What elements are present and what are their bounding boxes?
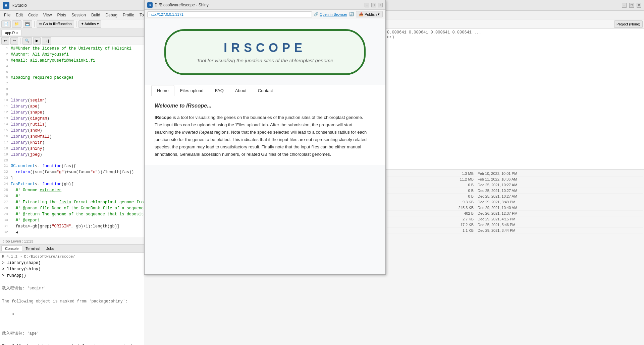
new-file-button[interactable]: 📄: [1, 20, 11, 28]
table-row: 402 B Dec 26, 2021, 12:37 PM: [387, 211, 643, 216]
console-info-3: a: [2, 311, 142, 318]
main-area: app.R × ↩ ↪ 🔍 ▶ →| 1 ###Under the licens…: [0, 29, 644, 345]
addins-button[interactable]: ✦ Addins ▾: [78, 20, 101, 28]
menu-view[interactable]: View: [41, 12, 55, 18]
editor-sep-1: [20, 38, 20, 44]
table-row: 17.2 KB Dec 25, 2021, 5:46 PM: [387, 222, 643, 228]
nav-tab-faq[interactable]: FAQ: [209, 85, 229, 96]
console-info-4: 载入程辑包: 'ape': [2, 331, 142, 337]
right-panel: 0.000641 0.000641 0.000641 0.000641 ... …: [386, 29, 644, 345]
window-controls: − □ ×: [622, 3, 641, 8]
project-button[interactable]: Project (None): [614, 20, 643, 28]
nav-tab-files-upload[interactable]: Files upload: [174, 85, 209, 96]
code-line-11: 11 library(ape): [0, 104, 144, 110]
code-line-15: 15 library(snow): [0, 128, 144, 134]
code-line-14: 14 library(rutils): [0, 122, 144, 128]
right-console-output: 0.000641 0.000641 0.000641 0.000641 ... …: [386, 29, 644, 169]
console-blank-6: [2, 337, 142, 343]
open-button[interactable]: 📁: [12, 20, 21, 28]
console-info-2: The following object is masked from 'pac…: [2, 298, 142, 305]
run-button[interactable]: ▶: [33, 37, 41, 45]
shiny-app-window: R D:/Biosoftware/irscope - Shiny − □ × h…: [144, 29, 386, 275]
table-row: 1.3 MB Feb 10, 2022, 10:01 PM: [387, 171, 643, 177]
menu-debug[interactable]: Debug: [103, 12, 120, 18]
separator-2: [76, 21, 76, 27]
code-line-10: 10 library(seqinr): [0, 97, 144, 104]
separator-1: [34, 21, 35, 27]
go-to-file-button[interactable]: ⇒ Go to file/function: [37, 20, 74, 28]
cursor-position: (Top Level) : 11:13: [3, 239, 33, 243]
menu-build[interactable]: Build: [89, 12, 103, 18]
console-content[interactable]: R 4.1.2 ~ D:/Biosoftware/irscope/ > libr…: [0, 253, 144, 345]
nav-tab-about[interactable]: About: [229, 85, 252, 96]
code-line-6: 6 #loading required packages: [0, 75, 144, 81]
code-line-32: 32 ◀: [0, 229, 144, 235]
console-tab[interactable]: Console: [1, 246, 22, 251]
editor-toolbar: ↩ ↪ 🔍 ▶ →|: [0, 37, 144, 45]
code-line-18: 18 library(shiny): [0, 146, 144, 152]
undo-button[interactable]: ↩: [1, 37, 9, 45]
code-line-21: 21 GC.content<- function(fas){: [0, 163, 144, 169]
shiny-app-body: IRSCOPE Tool for visualizig the junction…: [145, 29, 385, 274]
code-line-20: 20: [0, 158, 144, 163]
code-line-26: 26 #': [0, 193, 144, 199]
menu-file[interactable]: File: [1, 12, 13, 18]
console-line-3: > runApp(): [2, 273, 142, 279]
editor-area: app.R × ↩ ↪ 🔍 ▶ →| 1 ###Under the licens…: [0, 29, 144, 245]
close-tab-icon[interactable]: ×: [16, 31, 18, 35]
code-line-17: 17 library(knitr): [0, 140, 144, 146]
find-button[interactable]: 🔍: [22, 37, 32, 45]
inverted-repeat-italic: Inverted Repeat: [182, 130, 213, 135]
table-row: 2.7 KB Dec 29, 2021, 4:15 PM: [387, 216, 643, 222]
right-output-line-2: or): [387, 35, 643, 40]
table-row: 0 B Dec 25, 2021, 10:27 AM: [387, 182, 643, 188]
terminal-tab[interactable]: Terminal: [22, 246, 43, 251]
irscope-nav: Home Files upload FAQ About Contact: [145, 85, 385, 96]
table-row: 0 B Dec 25, 2021, 10:27 AM: [387, 188, 643, 194]
menu-plots[interactable]: Plots: [55, 12, 69, 18]
close-button[interactable]: ×: [637, 3, 641, 8]
nav-tab-contact[interactable]: Contact: [252, 85, 279, 96]
right-output-line-1: 0.000641 0.000641 0.000641 0.000641 ...: [387, 30, 643, 35]
code-line-22: 22 return((sum(fas=="g")+sum(fas=="c"))/…: [0, 169, 144, 175]
file-table: 1.3 MB Feb 10, 2022, 10:01 PM 11.2 MB Fe…: [387, 171, 643, 233]
tab-label: app.R: [5, 31, 15, 35]
source-button[interactable]: →|: [42, 37, 51, 45]
welcome-text: IRscope is a tool for visualizing the ge…: [155, 114, 369, 158]
menu-code[interactable]: Code: [25, 12, 41, 18]
code-line-30: 30 #' @export: [0, 217, 144, 223]
rstudio-window: R RStudio − □ × File Edit Code View Plot…: [0, 0, 644, 345]
redo-button[interactable]: ↪: [10, 37, 18, 45]
maximize-button[interactable]: □: [629, 3, 634, 8]
menu-edit[interactable]: Edit: [13, 12, 25, 18]
code-line-7: 7: [0, 81, 144, 86]
save-button[interactable]: 💾: [23, 20, 32, 28]
rstudio-icon: R: [3, 2, 9, 9]
menu-session[interactable]: Session: [69, 12, 89, 18]
irscope-header: IRSCOPE Tool for visualizig the junction…: [145, 29, 385, 85]
code-line-16: 16 library(snowfall): [0, 134, 144, 140]
irscope-title: IRSCOPE: [193, 41, 337, 55]
code-line-3: 3 #email: ali.amiryousefi@helsinki.fi: [0, 58, 144, 64]
editor-tab-appr[interactable]: app.R ×: [1, 30, 22, 36]
console-directory: R 4.1.2 ~ D:/Biosoftware/irscope/: [2, 254, 142, 260]
irscope-subtitle: Tool for visualizig the junction sites o…: [193, 58, 337, 63]
console-blank-2: [2, 292, 142, 298]
menu-profile[interactable]: Profile: [120, 12, 137, 18]
console-line-2: > library(shiny): [2, 266, 142, 273]
table-row: 245.3 KB Dec 29, 2021, 10:40 AM: [387, 205, 643, 211]
code-line-23: 23 }: [0, 175, 144, 181]
code-line-1: 1 ###Under the license of the University…: [0, 46, 144, 52]
welcome-title: Welcome to IRscope...: [155, 103, 375, 109]
file-list-panel: 1.3 MB Feb 10, 2022, 10:01 PM 11.2 MB Fe…: [386, 169, 644, 345]
nav-tab-home[interactable]: Home: [151, 85, 174, 96]
code-line-28: 28 #' @param file Name of the GeneBank f…: [0, 205, 144, 211]
code-line-5: 5: [0, 69, 144, 75]
code-editor[interactable]: 1 ###Under the license of the University…: [0, 45, 144, 237]
table-row: 0 B Dec 25, 2021, 10:27 AM: [387, 194, 643, 199]
jobs-tab[interactable]: Jobs: [43, 246, 57, 251]
console-blank-4: [2, 318, 142, 324]
irscope-logo-box: IRSCOPE Tool for visualizig the junction…: [164, 29, 366, 75]
code-line-8: 8: [0, 86, 144, 92]
minimize-button[interactable]: −: [622, 3, 627, 8]
